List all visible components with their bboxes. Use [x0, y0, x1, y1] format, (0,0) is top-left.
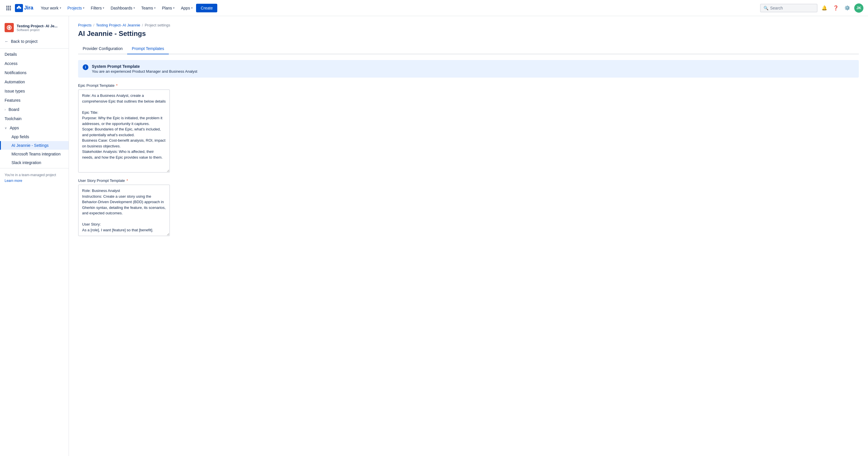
nav-your-work[interactable]: Your work ▾	[38, 4, 64, 12]
nav-right: 🔍 Search 🔔 ❓ ⚙️ JK	[760, 3, 863, 12]
sidebar-item-slack[interactable]: Slack integration	[0, 158, 69, 167]
info-box: i System Prompt Template You are an expe…	[78, 60, 859, 78]
chevron-down-icon: ▾	[133, 6, 135, 9]
help-button[interactable]: ❓	[831, 3, 840, 12]
main-content: Projects / Testing Project- AI Jeannie /…	[69, 16, 868, 456]
info-title: System Prompt Template	[92, 64, 197, 69]
tab-prompt-templates[interactable]: Prompt Templates	[127, 44, 169, 54]
expand-icon: ∨	[5, 126, 7, 130]
required-indicator: *	[127, 178, 128, 183]
page-layout: Testing Project- AI Je... Software proje…	[0, 0, 868, 456]
sidebar-item-automation[interactable]: Automation	[0, 77, 69, 86]
breadcrumb: Projects / Testing Project- AI Jeannie /…	[78, 23, 859, 27]
sidebar-item-access[interactable]: Access	[0, 59, 69, 68]
sidebar-item-details[interactable]: Details	[0, 50, 69, 59]
svg-rect-2	[10, 6, 11, 7]
chevron-down-icon: ▾	[60, 6, 61, 9]
sidebar-item-ms-teams[interactable]: Microsoft Teams integration	[0, 150, 69, 158]
epic-prompt-field-group: Epic Prompt Template * Role: As a Busine…	[78, 83, 859, 173]
settings-button[interactable]: ⚙️	[843, 3, 852, 12]
project-info: Testing Project- AI Je... Software proje…	[17, 24, 57, 32]
sidebar-divider	[0, 48, 69, 49]
sidebar-item-app-fields[interactable]: App fields	[0, 133, 69, 141]
top-navigation: Jira Your work ▾ Projects ▾ Filters ▾ Da…	[0, 0, 868, 16]
sidebar-item-board[interactable]: › Board	[0, 105, 69, 114]
back-to-project[interactable]: ← Back to project	[0, 37, 69, 46]
epic-prompt-textarea[interactable]: Role: As a Business Analyst, create a co…	[78, 89, 170, 173]
user-story-prompt-label: User Story Prompt Template *	[78, 178, 859, 183]
breadcrumb-current: Project settings	[145, 23, 170, 27]
user-story-prompt-field-group: User Story Prompt Template * Role: Busin…	[78, 178, 859, 236]
info-description: You are an experienced Product Manager a…	[92, 69, 197, 74]
sidebar-item-issue-types[interactable]: Issue types	[0, 86, 69, 96]
team-note: You're in a team-managed project	[0, 170, 69, 178]
nav-projects[interactable]: Projects ▾	[65, 4, 88, 12]
page-title: AI Jeannie - Settings	[78, 30, 859, 38]
sidebar-item-features[interactable]: Features	[0, 96, 69, 105]
nav-apps[interactable]: Apps ▾	[178, 4, 195, 12]
svg-rect-1	[8, 6, 9, 7]
breadcrumb-projects[interactable]: Projects	[78, 23, 92, 27]
info-content: System Prompt Template You are an experi…	[92, 64, 197, 74]
search-box[interactable]: 🔍 Search	[760, 4, 817, 12]
project-type: Software project	[17, 28, 57, 32]
sidebar: Testing Project- AI Je... Software proje…	[0, 16, 69, 456]
tabs: Provider Configuration Prompt Templates	[78, 44, 859, 54]
notifications-button[interactable]: 🔔	[820, 3, 829, 12]
nav-teams[interactable]: Teams ▾	[138, 4, 158, 12]
required-indicator: *	[116, 83, 118, 88]
nav-dashboards[interactable]: Dashboards ▾	[107, 4, 138, 12]
sidebar-item-apps[interactable]: ∨ Apps	[0, 123, 69, 133]
sidebar-divider-bottom	[0, 168, 69, 168]
project-icon	[5, 23, 14, 32]
sidebar-item-ai-jeannie[interactable]: AI Jeannie - Settings	[0, 141, 69, 150]
chevron-down-icon: ▾	[83, 6, 84, 9]
create-button[interactable]: Create	[196, 4, 217, 12]
expand-icon: ›	[5, 108, 6, 111]
grid-icon[interactable]	[5, 4, 12, 12]
chevron-down-icon: ▾	[103, 6, 104, 9]
nav-filters[interactable]: Filters ▾	[88, 4, 107, 12]
tab-provider-configuration[interactable]: Provider Configuration	[78, 44, 127, 54]
svg-rect-4	[8, 7, 9, 9]
sidebar-project: Testing Project- AI Je... Software proje…	[0, 21, 69, 37]
chevron-down-icon: ▾	[154, 6, 156, 9]
project-name: Testing Project- AI Je...	[17, 24, 57, 28]
jira-logo[interactable]: Jira	[15, 4, 33, 12]
svg-rect-6	[6, 9, 7, 10]
back-icon: ←	[5, 39, 9, 44]
nav-items: Your work ▾ Projects ▾ Filters ▾ Dashboa…	[38, 4, 758, 12]
breadcrumb-sep: /	[142, 23, 143, 27]
svg-rect-8	[10, 9, 11, 10]
sidebar-item-toolchain[interactable]: Toolchain	[0, 114, 69, 123]
epic-prompt-label: Epic Prompt Template *	[78, 83, 859, 88]
learn-more-link[interactable]: Learn more	[0, 178, 69, 186]
sidebar-item-notifications[interactable]: Notifications	[0, 68, 69, 77]
info-icon: i	[83, 64, 88, 70]
search-icon: 🔍	[764, 6, 768, 10]
breadcrumb-sep: /	[93, 23, 94, 27]
chevron-down-icon: ▾	[173, 6, 175, 9]
svg-rect-3	[6, 7, 7, 9]
nav-plans[interactable]: Plans ▾	[159, 4, 177, 12]
svg-rect-7	[8, 9, 9, 10]
breadcrumb-project[interactable]: Testing Project- AI Jeannie	[96, 23, 141, 27]
svg-rect-5	[10, 7, 11, 9]
chevron-down-icon: ▾	[191, 6, 193, 9]
svg-rect-0	[6, 6, 7, 7]
user-story-prompt-textarea[interactable]: Role: Business Analyst Instructions: Cre…	[78, 184, 170, 236]
user-avatar[interactable]: JK	[854, 3, 863, 12]
logo-text: Jira	[24, 5, 33, 11]
